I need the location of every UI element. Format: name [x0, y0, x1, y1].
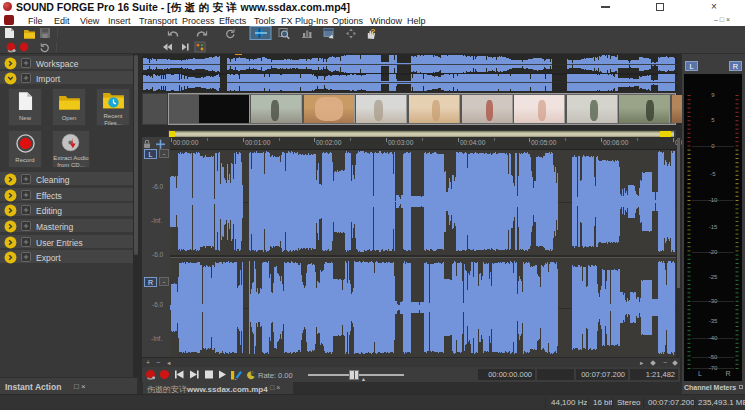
- svg-text:?: ?: [371, 27, 376, 36]
